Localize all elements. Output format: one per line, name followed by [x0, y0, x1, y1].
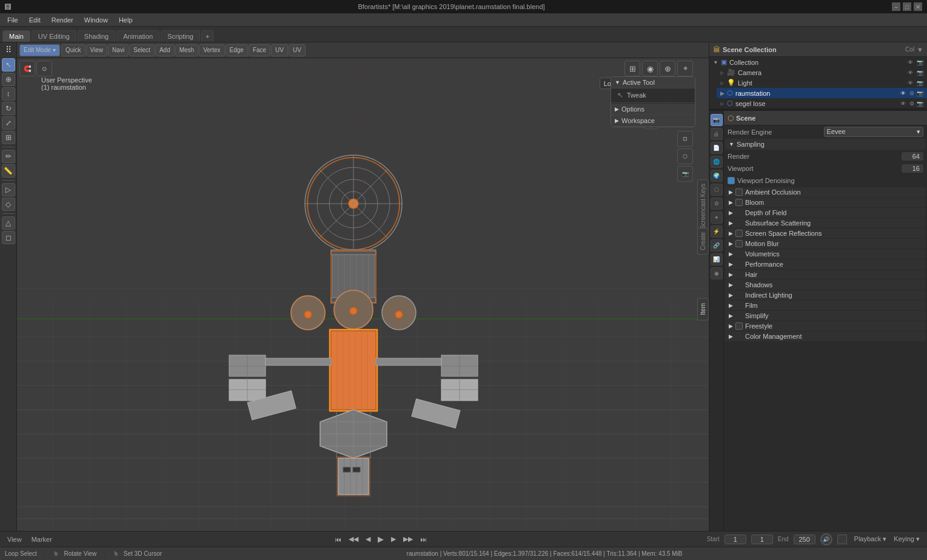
- render-tab-constraints[interactable]: 🔗: [711, 239, 723, 252]
- n-panel-options-header[interactable]: ▶ Options: [611, 104, 695, 115]
- maximize-button[interactable]: □: [903, 2, 911, 11]
- tool-tweak[interactable]: ▷: [2, 183, 15, 196]
- hair-section[interactable]: ▶ Hair: [725, 270, 926, 279]
- tab-shading[interactable]: Shading: [78, 30, 115, 42]
- timeline-start-field[interactable]: 1: [725, 535, 746, 544]
- bloom-checkbox[interactable]: [735, 199, 743, 206]
- view-vertex[interactable]: Edge: [226, 44, 248, 56]
- indirect-lighting-section[interactable]: ▶ Indirect Lighting: [725, 290, 926, 300]
- render-engine-dropdown[interactable]: Eevee ▾: [824, 127, 924, 137]
- snap-toggle[interactable]: 🧲: [19, 61, 35, 76]
- tab-scripting[interactable]: Scripting: [161, 30, 200, 42]
- proportional-edit[interactable]: ⊙: [36, 61, 52, 76]
- render-tab-modifier[interactable]: ⚙: [711, 198, 723, 210]
- tool-move[interactable]: ↕: [2, 87, 15, 101]
- outliner-light[interactable]: ▶ 💡 Light 👁 📷: [717, 78, 927, 88]
- overlay-grid-btn[interactable]: ⊞: [624, 61, 640, 76]
- minimize-button[interactable]: –: [892, 2, 900, 11]
- tab-animation[interactable]: Animation: [116, 30, 159, 42]
- view-face[interactable]: UV: [271, 44, 288, 56]
- outliner-camera[interactable]: ▶ 🎥 Camera 👁 📷: [717, 67, 927, 78]
- overlay-gizmos-btn[interactable]: ⌖: [677, 61, 693, 76]
- n-panel-workspace-header[interactable]: ▶ Workspace: [611, 115, 695, 127]
- freestyle-section[interactable]: ▶ Freestyle: [725, 321, 926, 331]
- render-tab-particles[interactable]: ✦: [711, 212, 723, 224]
- menu-file[interactable]: File: [2, 15, 23, 25]
- ao-checkbox[interactable]: [735, 188, 743, 196]
- timeline-end-field[interactable]: 250: [794, 535, 815, 544]
- view-perspective-btn[interactable]: ⊡: [677, 131, 693, 147]
- bloom-section[interactable]: ▶ Bloom: [725, 198, 926, 207]
- viewport-sample-value[interactable]: 16: [902, 164, 923, 173]
- volumetrics-section[interactable]: ▶ Volumetrics: [725, 249, 926, 259]
- view-edge[interactable]: Face: [249, 44, 270, 56]
- play-pause-btn[interactable]: ▶: [375, 535, 386, 544]
- timeline-view-btn[interactable]: View: [5, 536, 24, 543]
- raumstation-eye-icon[interactable]: 👁: [900, 90, 906, 96]
- render-tab-world[interactable]: 🌍: [711, 170, 723, 182]
- light-render-icon[interactable]: 📷: [917, 80, 923, 86]
- outliner-raumstation[interactable]: ▶ ⬡ raumstation 👁 ⚙ 📷: [717, 88, 927, 98]
- render-tab-physics[interactable]: ⚡: [711, 225, 723, 238]
- playback-dropdown[interactable]: Playback ▾: [852, 535, 889, 543]
- tool-measure[interactable]: 📏: [2, 164, 15, 178]
- timeline-marker-btn[interactable]: Marker: [29, 536, 55, 543]
- sampling-section-header[interactable]: ▼ Sampling: [725, 139, 926, 150]
- menu-render[interactable]: Render: [47, 15, 78, 25]
- color-management-section[interactable]: ▶ Color Management: [725, 332, 926, 341]
- camera-render-icon[interactable]: 📷: [917, 70, 923, 76]
- view-ortho-btn[interactable]: ⬡: [677, 148, 693, 164]
- outliner-collection[interactable]: ▼ ▣ Collection 👁 📷: [709, 57, 927, 67]
- sync-toggle[interactable]: [837, 535, 847, 544]
- raumstation-render-icon[interactable]: 📷: [917, 90, 923, 96]
- outliner-segel-lose[interactable]: ▶ ⬡ segel lose 👁 ⚙ 📷: [717, 98, 927, 108]
- mode-selector[interactable]: Edit Mode ▾: [19, 44, 60, 56]
- n-panel-tweak-item[interactable]: ↖ Tweak: [611, 88, 695, 102]
- close-button[interactable]: ✕: [914, 2, 922, 11]
- shadows-section[interactable]: ▶ Shadows: [725, 280, 926, 290]
- tool-loop-cut[interactable]: ◇: [2, 198, 15, 211]
- keying-dropdown[interactable]: Keying ▾: [891, 535, 922, 543]
- view-view[interactable]: Navi: [108, 44, 129, 56]
- tool-transform[interactable]: ⊞: [2, 131, 15, 144]
- render-tab-output[interactable]: 🖨: [711, 128, 723, 140]
- render-tab-view[interactable]: 📄: [711, 142, 723, 154]
- freestyle-checkbox[interactable]: [735, 322, 743, 330]
- next-frame-btn[interactable]: ▶: [389, 535, 398, 543]
- view-select[interactable]: Add: [155, 44, 175, 56]
- tool-select-box[interactable]: ↖: [2, 58, 15, 72]
- tool-scale[interactable]: ⤢: [2, 116, 15, 130]
- view-navi[interactable]: Select: [129, 44, 155, 56]
- view-camera-btn[interactable]: 📷: [677, 166, 693, 182]
- camera-eye-icon[interactable]: 👁: [908, 70, 913, 76]
- tab-add[interactable]: +: [201, 30, 213, 42]
- tab-uv-editing[interactable]: UV Editing: [32, 30, 76, 42]
- create-tab[interactable]: Create: [697, 228, 709, 255]
- tool-knife[interactable]: △: [2, 216, 15, 230]
- render-tab-data[interactable]: 📊: [711, 253, 723, 265]
- prev-frame-btn[interactable]: ◀: [363, 535, 373, 543]
- view-uv[interactable]: UV: [289, 44, 306, 56]
- render-sample-value[interactable]: 64: [902, 152, 923, 161]
- overlay-overlays-btn[interactable]: ⊕: [660, 61, 675, 76]
- tool-cursor[interactable]: ⊕: [2, 73, 15, 86]
- simplify-section[interactable]: ▶ Simplify: [725, 311, 926, 321]
- n-panel-active-tool-header[interactable]: ▼ Active Tool: [611, 77, 695, 88]
- item-tab[interactable]: Item: [697, 298, 709, 320]
- overlay-shading-btn[interactable]: ◉: [642, 61, 658, 76]
- performance-section[interactable]: ▶ Performance: [725, 259, 926, 269]
- ssr-checkbox[interactable]: [735, 230, 743, 237]
- tool-rotate[interactable]: ↻: [2, 102, 15, 115]
- audio-toggle[interactable]: 🔊: [820, 533, 832, 545]
- collection-eye-icon[interactable]: 👁: [908, 59, 913, 65]
- tool-annotate[interactable]: ✏: [2, 150, 15, 163]
- jump-start-btn[interactable]: ⏮: [332, 536, 344, 543]
- item-tab-label[interactable]: Item: [697, 298, 709, 320]
- view-mesh[interactable]: Vertex: [199, 44, 224, 56]
- light-eye-icon[interactable]: 👁: [908, 80, 913, 86]
- denoising-checkbox[interactable]: [728, 177, 735, 184]
- render-tab-camera[interactable]: 📷: [711, 114, 723, 126]
- outliner-dropdown-icon[interactable]: ▼: [917, 46, 923, 53]
- view-quick[interactable]: View: [86, 44, 108, 56]
- segel-render-icon[interactable]: 📷: [917, 101, 923, 107]
